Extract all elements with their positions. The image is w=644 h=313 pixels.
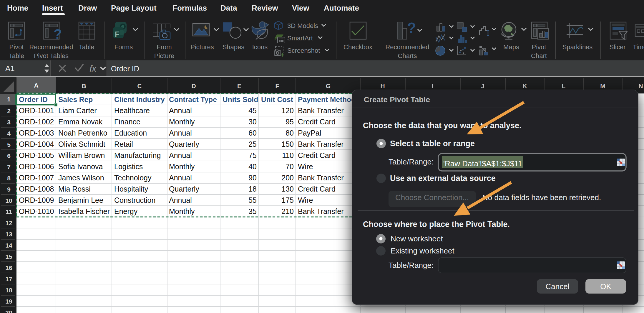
svg-text:?: ? — [54, 26, 62, 42]
svg-text:Bank Transfer: Bank Transfer — [298, 207, 344, 215]
svg-text:5: 5 — [7, 141, 11, 148]
svg-text:Benjamin Lee: Benjamin Lee — [58, 196, 103, 204]
svg-text:?: ? — [407, 20, 416, 36]
svg-text:Retail: Retail — [114, 140, 133, 148]
svg-text:From: From — [157, 43, 172, 51]
svg-text:Bank Transfer: Bank Transfer — [298, 140, 344, 148]
svg-text:Annual: Annual — [169, 196, 192, 204]
svg-text:H: H — [380, 83, 385, 89]
svg-text:13: 13 — [5, 231, 12, 238]
svg-text:Liam Carter: Liam Carter — [58, 106, 97, 115]
svg-text:ORD-1005: ORD-1005 — [19, 151, 54, 159]
svg-text:Hospitality: Hospitality — [114, 185, 148, 193]
svg-text:ORD-1008: ORD-1008 — [19, 185, 54, 193]
svg-text:Forms: Forms — [114, 43, 133, 51]
svg-text:Order ID: Order ID — [19, 95, 48, 103]
svg-text:A: A — [34, 82, 38, 89]
svg-text:19: 19 — [5, 298, 12, 305]
svg-text:30: 30 — [248, 118, 257, 126]
svg-text:Quarterly: Quarterly — [169, 185, 199, 193]
svg-text:10: 10 — [5, 197, 12, 204]
svg-text:Logistics: Logistics — [114, 162, 143, 171]
svg-text:Finance: Finance — [114, 118, 140, 126]
svg-text:Page Layout: Page Layout — [111, 4, 157, 12]
svg-text:F: F — [275, 83, 279, 89]
svg-text:16: 16 — [5, 264, 12, 271]
svg-text:Payment Method: Payment Method — [298, 95, 356, 103]
svg-text:D: D — [191, 83, 196, 89]
svg-text:7: 7 — [7, 164, 11, 170]
svg-text:Pivot Tables: Pivot Tables — [34, 52, 69, 60]
svg-text:Olivia Schmidt: Olivia Schmidt — [58, 140, 105, 148]
svg-text:15: 15 — [5, 253, 12, 260]
svg-text:150: 150 — [281, 140, 294, 148]
svg-text:40: 40 — [248, 162, 257, 171]
svg-text:200: 200 — [281, 174, 294, 182]
svg-text:New worksheet: New worksheet — [391, 234, 443, 243]
svg-text:Home: Home — [7, 4, 28, 12]
svg-text:Monthly: Monthly — [169, 207, 195, 215]
svg-text:Construction: Construction — [114, 196, 155, 204]
svg-text:12: 12 — [5, 220, 12, 226]
svg-text:A1: A1 — [5, 64, 15, 73]
svg-text:Table: Table — [9, 52, 24, 60]
svg-text:Choose where to place the Pivo: Choose where to place the Pivot Table. — [363, 220, 510, 229]
svg-text:Choose Connection...: Choose Connection... — [395, 193, 469, 202]
svg-text:James Wilson: James Wilson — [58, 174, 104, 182]
svg-text:Review: Review — [252, 4, 278, 12]
svg-text:ORD-1003: ORD-1003 — [19, 129, 54, 137]
svg-text:Screenshot: Screenshot — [287, 47, 320, 54]
svg-text:Healthcare: Healthcare — [114, 106, 150, 115]
svg-text:55: 55 — [248, 196, 257, 204]
svg-text:Manufacturing: Manufacturing — [114, 151, 161, 159]
svg-text:Create Pivot Table: Create Pivot Table — [364, 95, 430, 104]
svg-text:Existing worksheet: Existing worksheet — [391, 246, 455, 255]
svg-text:70: 70 — [286, 162, 294, 171]
svg-text:Emma Novak: Emma Novak — [58, 118, 103, 126]
svg-text:Sparklines: Sparklines — [562, 43, 593, 51]
svg-text:Monthly: Monthly — [169, 162, 195, 171]
svg-text:ORD-1006: ORD-1006 — [19, 162, 54, 171]
svg-text:B: B — [82, 83, 86, 89]
svg-text:Shapes: Shapes — [223, 43, 245, 51]
svg-text:Credit Card: Credit Card — [298, 151, 336, 159]
svg-text:ORD-1009: ORD-1009 — [19, 196, 54, 204]
svg-text:Time: Time — [633, 43, 644, 51]
svg-text:130: 130 — [281, 185, 294, 193]
svg-text:Order ID: Order ID — [111, 65, 139, 73]
svg-text:Pictures: Pictures — [190, 43, 214, 51]
svg-text:110: 110 — [282, 151, 294, 159]
svg-text:Annual: Annual — [169, 174, 192, 182]
svg-text:Unit Cost: Unit Cost — [261, 95, 293, 103]
svg-text:Quarterly: Quarterly — [169, 140, 199, 148]
svg-text:F: F — [115, 30, 119, 38]
svg-text:45: 45 — [248, 106, 257, 115]
svg-text:75: 75 — [248, 151, 257, 159]
svg-text:I: I — [432, 83, 434, 89]
svg-text:Education: Education — [114, 129, 147, 137]
svg-text:ORD-1007: ORD-1007 — [19, 174, 54, 182]
svg-text:20: 20 — [5, 309, 12, 313]
svg-text:120: 120 — [281, 106, 294, 115]
svg-text:Select a table or range: Select a table or range — [390, 139, 475, 148]
svg-text:Isabella Fischer: Isabella Fischer — [58, 207, 110, 215]
svg-text:18: 18 — [248, 185, 257, 193]
svg-text:Credit Card: Credit Card — [298, 185, 336, 193]
svg-text:Slicer: Slicer — [609, 43, 625, 51]
svg-text:C: C — [137, 83, 142, 89]
svg-text:William Brown: William Brown — [58, 151, 105, 159]
svg-text:35: 35 — [248, 207, 257, 215]
svg-text:Technology: Technology — [114, 174, 152, 182]
svg-text:Annual: Annual — [169, 106, 192, 115]
svg-text:E: E — [237, 83, 241, 89]
svg-text:8: 8 — [7, 175, 11, 182]
svg-text:Checkbox: Checkbox — [343, 43, 372, 51]
svg-text:17: 17 — [5, 276, 12, 282]
svg-text:Annual: Annual — [169, 129, 192, 137]
svg-text:Monthly: Monthly — [169, 118, 195, 126]
svg-text:1: 1 — [7, 96, 11, 103]
svg-text:Picture: Picture — [154, 52, 174, 60]
svg-text:'Raw Data'!$A$1:$J$11: 'Raw Data'!$A$1:$J$11 — [443, 159, 522, 168]
svg-text:N: N — [638, 83, 643, 89]
svg-text:G: G — [326, 83, 331, 89]
